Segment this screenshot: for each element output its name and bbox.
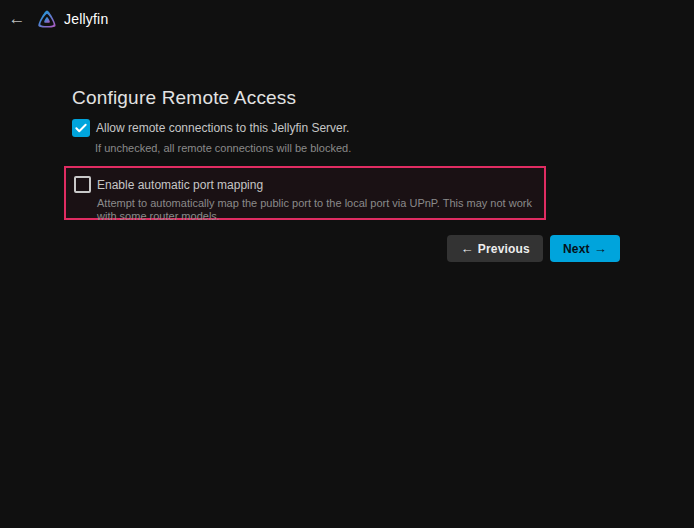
back-button[interactable]: ← [5,7,29,31]
previous-button-label: Previous [478,242,530,256]
automatic-port-mapping-checkbox[interactable] [74,176,91,193]
option-automatic-port-mapping: Enable automatic port mapping Attempt to… [74,176,544,223]
checkmark-icon [74,121,88,135]
next-button-label: Next [563,242,590,256]
wizard-content: Configure Remote Access Allow remote con… [72,86,620,262]
allow-remote-connections-checkbox[interactable] [72,119,90,137]
back-arrow-icon: ← [9,7,26,31]
next-button[interactable]: Next → [550,235,620,262]
automatic-port-mapping-description: Attempt to automatically map the public … [97,197,544,223]
option-allow-remote-connections: Allow remote connections to this Jellyfi… [72,119,620,155]
automatic-port-mapping-label[interactable]: Enable automatic port mapping [97,178,263,192]
page-title: Configure Remote Access [72,86,620,109]
app-name: Jellyfin [64,11,108,27]
next-arrow-icon: → [594,241,607,256]
jellyfin-logo-icon [36,8,58,30]
highlight-annotation-box: Enable automatic port mapping Attempt to… [64,166,546,220]
wizard-button-row: ← Previous Next → [72,235,620,262]
previous-arrow-icon: ← [460,241,473,256]
previous-button[interactable]: ← Previous [447,235,543,262]
jellyfin-logo[interactable]: Jellyfin [36,8,108,30]
allow-remote-connections-description: If unchecked, all remote connections wil… [95,142,620,155]
app-header: ← Jellyfin [0,0,694,38]
allow-remote-connections-label[interactable]: Allow remote connections to this Jellyfi… [96,121,349,135]
